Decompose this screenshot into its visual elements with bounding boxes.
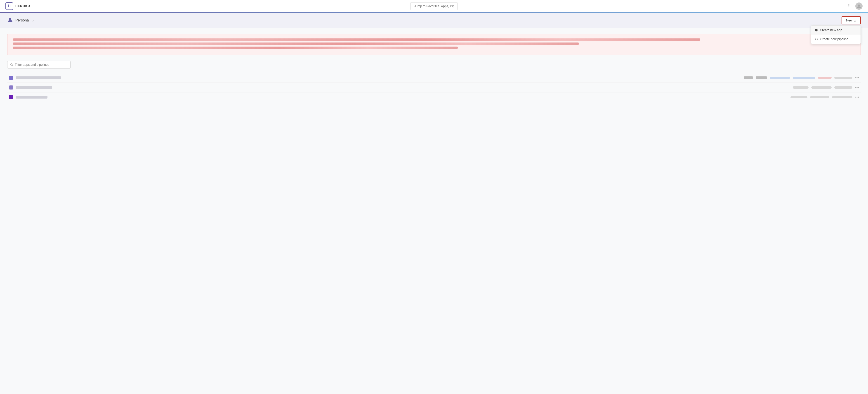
app-icon [9,76,13,80]
personal-icon [7,17,13,24]
personal-chevron-icon: ◇ [32,19,34,22]
alert-line-3 [13,47,458,49]
svg-point-0 [858,4,860,6]
new-dropdown-menu: Create new app Create new pipeline [811,25,861,44]
app-row-left [9,95,790,99]
app-options-icon[interactable]: ••• [855,86,859,90]
heroku-logo-box: H [5,2,13,10]
logo-area: H HEROKU [5,2,30,10]
app-row-right: ••• [790,95,859,99]
app-options-icon[interactable]: ••• [855,76,859,80]
alert-line-1 [13,38,700,41]
svg-line-5 [12,65,13,66]
app-tag-gray-1 [793,86,809,89]
table-row: ••• [7,83,861,92]
svg-point-2 [815,39,816,40]
alert-line-2 [13,42,579,45]
pipeline-icon [815,37,818,41]
create-new-app-label: Create new app [820,28,842,32]
filter-input[interactable] [15,63,68,66]
svg-point-1 [9,18,11,20]
sub-header: Personal ◇ New ◇ Create new app Create n… [0,13,868,28]
grid-icon[interactable]: ⠿ [848,4,851,8]
personal-area[interactable]: Personal ◇ [7,17,34,24]
app-name [16,77,61,79]
app-name [16,86,52,89]
app-tag-blue [770,77,790,79]
search-icon [10,63,13,66]
app-row-right: ••• [793,86,859,90]
new-dropdown-wrapper: New ◇ Create new app Create new pipeline [842,16,861,24]
nav-right: ⠿ [848,2,863,10]
create-new-pipeline-label: Create new pipeline [820,37,848,41]
search-input[interactable] [410,2,458,10]
create-new-app-item[interactable]: Create new app [811,26,861,35]
app-tag-gray-3 [834,86,852,89]
filter-row [7,61,861,68]
app-name [16,96,48,98]
app-dot-icon [815,29,817,31]
app-options-icon[interactable]: ••• [855,95,859,99]
main-content: updates. From May 1st, [0,28,868,108]
app-row-left [9,76,744,80]
apps-list: ••• ••• [7,73,861,102]
app-meta-label-2 [756,77,767,79]
alert-banner: updates. From May 1st, [7,34,861,55]
app-tag-gray-5 [810,96,829,98]
table-row: ••• [7,92,861,102]
table-row: ••• [7,73,861,83]
personal-label: Personal [16,18,30,22]
app-tag-gray-6 [832,96,852,98]
top-nav: H HEROKU ⠿ [0,0,868,13]
heroku-logo-text: HEROKU [16,4,30,8]
app-meta-label [744,77,753,79]
alert-lines [13,38,822,51]
new-button[interactable]: New ◇ [842,16,861,24]
app-icon [9,95,13,99]
app-tag-gray-2 [811,86,832,89]
app-tag-gray-4 [790,96,807,98]
svg-point-3 [817,39,818,40]
new-button-label: New [846,19,852,22]
svg-point-4 [10,63,12,65]
app-tag-blue-2 [793,77,815,79]
filter-input-wrap[interactable] [7,61,70,68]
app-row-right: ••• [744,76,859,80]
logo-letter: H [8,4,11,8]
app-row-left [9,86,793,90]
app-tag-red [818,77,832,79]
search-bar[interactable] [410,2,458,10]
app-tag-gray [834,77,852,79]
avatar[interactable] [855,2,863,10]
create-new-pipeline-item[interactable]: Create new pipeline [811,35,861,43]
app-icon [9,86,13,90]
new-button-chevron-icon: ◇ [854,19,856,22]
